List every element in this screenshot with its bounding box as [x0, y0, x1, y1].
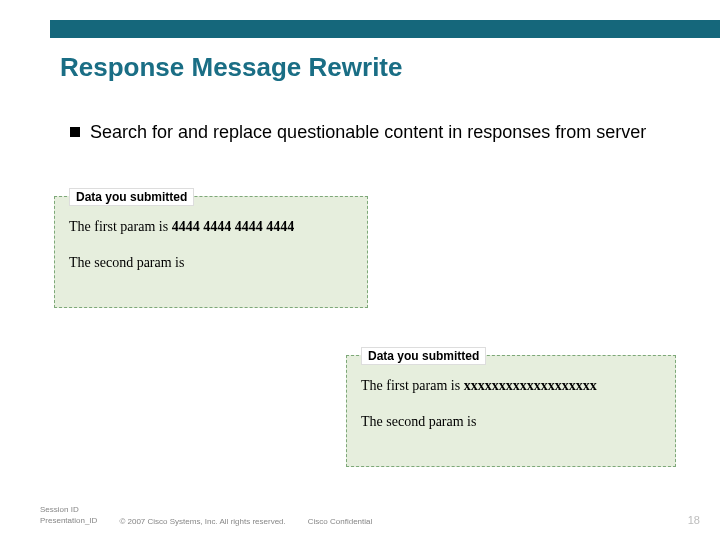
panel-rewritten-title: Data you submitted: [361, 347, 486, 365]
panel-original-line1-prefix: The first param is: [69, 219, 172, 234]
footer-presentation-id: Presentation_ID: [40, 516, 97, 526]
footer-session: Session ID Presentation_ID: [40, 505, 97, 526]
bullet-square-icon: [70, 127, 80, 137]
bullet-item: Search for and replace questionable cont…: [70, 120, 660, 144]
panel-rewritten: Data you submitted The first param is xx…: [346, 355, 676, 467]
panel-rewritten-line1-prefix: The first param is: [361, 378, 464, 393]
panel-original-title: Data you submitted: [69, 188, 194, 206]
panel-rewritten-line1: The first param is xxxxxxxxxxxxxxxxxxx: [361, 378, 661, 394]
panel-rewritten-line2: The second param is: [361, 414, 661, 430]
panel-original: Data you submitted The first param is 44…: [54, 196, 368, 308]
footer-confidential: Cisco Confidential: [308, 517, 372, 526]
slide-footer: Session ID Presentation_ID © 2007 Cisco …: [40, 505, 700, 526]
footer-page-number: 18: [688, 514, 700, 526]
panel-original-line1: The first param is 4444 4444 4444 4444: [69, 219, 353, 235]
panel-original-line1-value: 4444 4444 4444 4444: [172, 219, 295, 234]
footer-copyright: © 2007 Cisco Systems, Inc. All rights re…: [119, 517, 285, 526]
panel-original-line2: The second param is: [69, 255, 353, 271]
bullet-text: Search for and replace questionable cont…: [90, 122, 646, 142]
panel-rewritten-line1-value: xxxxxxxxxxxxxxxxxxx: [464, 378, 597, 393]
top-accent-bar: [50, 20, 720, 38]
slide-title: Response Message Rewrite: [60, 52, 402, 83]
footer-session-id: Session ID: [40, 505, 97, 515]
